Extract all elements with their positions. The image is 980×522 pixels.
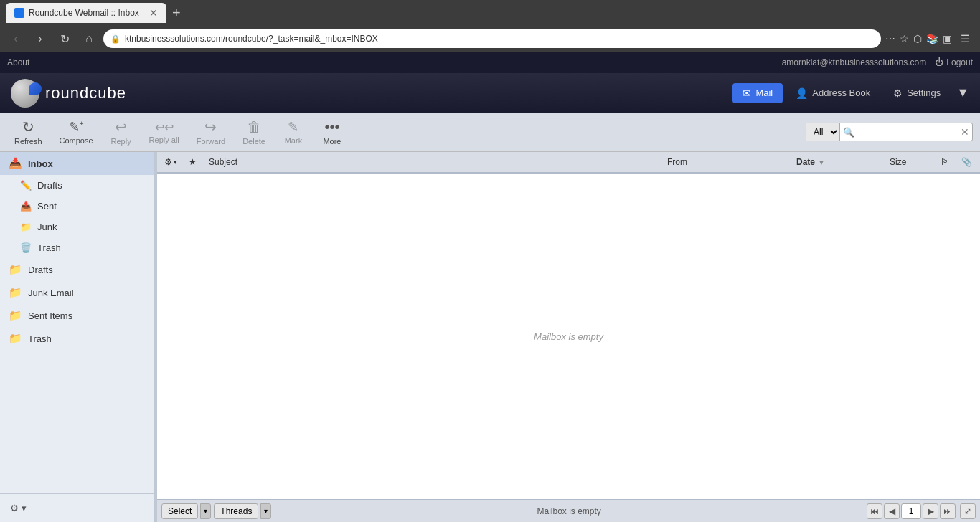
select-dropdown-button[interactable]: ▾ — [200, 503, 211, 519]
logout-button[interactable]: ⏻ Logout — [935, 57, 973, 67]
search-icon[interactable]: 🔍 — [840, 127, 857, 138]
more-icon: ••• — [324, 119, 339, 136]
reply-all-icon: ↩↩ — [155, 120, 174, 134]
reload-button[interactable]: ↻ — [55, 29, 75, 49]
sidebar-icon[interactable]: ▣ — [943, 33, 952, 44]
main-layout: 📥 Inbox ✏️ Drafts 📤 Sent 📁 Junk 🗑️ Trash… — [0, 152, 980, 522]
page-prev-button[interactable]: ◀ — [884, 503, 900, 519]
browser-nav-bar: ‹ › ↻ ⌂ 🔒 ktnbusinesssolutions.com/round… — [0, 26, 980, 52]
active-tab[interactable]: Roundcube Webmail :: Inbox ✕ — [6, 3, 166, 23]
browser-extras: ⋯ ☆ ⬡ — [885, 33, 922, 44]
sidebar-item-trash[interactable]: 📁 Trash — [0, 327, 154, 350]
refresh-button[interactable]: ↻ Refresh — [7, 115, 50, 148]
col-header-date[interactable]: Date ▼ — [791, 152, 884, 172]
mark-label: Mark — [285, 136, 302, 145]
footer-pagination: ⏮ ◀ 1 ▶ ⏭ ⤢ — [867, 503, 976, 519]
library-icon[interactable]: 📚 — [926, 33, 938, 44]
tab-settings[interactable]: ⚙ Settings — [883, 83, 951, 103]
sidebar-item-junk-email[interactable]: 📁 Junk Email — [0, 281, 154, 304]
page-first-button[interactable]: ⏮ — [867, 503, 882, 519]
sidebar-item-trash-sub[interactable]: 🗑️ Trash — [0, 237, 154, 258]
browser-menu-extras: 📚 ▣ ☰ — [926, 30, 974, 47]
reply-button[interactable]: ↩ Reply — [103, 115, 139, 148]
more-button[interactable]: ••• More — [314, 116, 350, 148]
tab-addressbook-label: Address Book — [812, 87, 870, 98]
sidebar-item-drafts-sub[interactable]: ✏️ Drafts — [0, 175, 154, 196]
logout-label: Logout — [946, 57, 973, 67]
search-box: All 🔍 ✕ — [806, 123, 973, 141]
sidebar-item-sent-sub[interactable]: 📤 Sent — [0, 196, 154, 217]
forward-label: Forward — [197, 137, 225, 146]
page-next-button[interactable]: ▶ — [923, 503, 938, 519]
sidebar-item-junk-sub[interactable]: 📁 Junk — [0, 217, 154, 237]
threads-dropdown-button[interactable]: ▾ — [260, 503, 271, 519]
about-link[interactable]: About — [7, 57, 29, 67]
tab-mail-label: Mail — [755, 87, 773, 98]
app-bar: About amornkiat@ktnbusinesssolutions.com… — [0, 52, 980, 73]
menu-icon[interactable]: ☰ — [956, 30, 974, 47]
reply-all-button[interactable]: ↩↩ Reply all — [142, 118, 187, 147]
mail-icon: ✉ — [743, 87, 751, 99]
col-header-options[interactable]: ⚙ ▾ — [160, 152, 182, 172]
mark-button[interactable]: ✎ Mark — [275, 116, 311, 148]
sidebar-item-inbox[interactable]: 📥 Inbox — [0, 152, 154, 175]
sidebar-item-drafts[interactable]: 📁 Drafts — [0, 258, 154, 281]
star-header-icon: ★ — [189, 157, 197, 167]
delete-label: Delete — [242, 137, 265, 146]
tab-mail[interactable]: ✉ Mail — [732, 83, 783, 103]
addressbook-icon: 👤 — [796, 87, 808, 99]
sidebar-item-sent-items[interactable]: 📁 Sent Items — [0, 304, 154, 327]
email-footer: Select ▾ Threads ▾ Mailbox is empty ⏮ ◀ … — [157, 499, 980, 522]
col-header-from[interactable]: From — [661, 152, 791, 172]
pocket-icon[interactable]: ⬡ — [913, 33, 922, 44]
delete-button[interactable]: 🗑 Delete — [235, 116, 273, 148]
settings-dropdown-icon: ▾ — [22, 503, 27, 513]
threads-button[interactable]: Threads — [214, 503, 258, 519]
email-list-header: ⚙ ▾ ★ Subject From Date ▼ Size 🏳 — [157, 152, 980, 174]
col-header-size[interactable]: Size — [884, 152, 934, 172]
compose-button[interactable]: ✎+ Compose — [52, 116, 100, 148]
search-filter-select[interactable]: All — [806, 123, 840, 141]
forward-button[interactable]: › — [30, 29, 50, 49]
app-logo: roundcube — [11, 79, 126, 108]
forward-button[interactable]: ↪ Forward — [189, 115, 232, 148]
header-scroll-down[interactable]: ▼ — [956, 85, 969, 100]
refresh-label: Refresh — [14, 137, 42, 146]
settings-icon: ⚙ — [893, 87, 903, 99]
col-header-subject[interactable]: Subject — [203, 152, 661, 172]
header-nav-tabs: ✉ Mail 👤 Address Book ⚙ Settings ▼ — [732, 83, 969, 103]
col-header-flag[interactable]: 🏳 — [934, 152, 956, 172]
tab-addressbook[interactable]: 👤 Address Book — [786, 83, 880, 103]
expand-button[interactable]: ⤢ — [960, 503, 976, 519]
col-header-attach[interactable]: 📎 — [956, 152, 977, 172]
sidebar-sent-items-label: Sent Items — [28, 310, 72, 321]
bookmark-icon[interactable]: ☆ — [900, 33, 909, 44]
subject-label: Subject — [209, 157, 237, 167]
inbox-icon: 📥 — [9, 157, 22, 170]
page-last-button[interactable]: ⏭ — [940, 503, 956, 519]
address-bar[interactable]: 🔒 ktnbusinesssolutions.com/roundcube/?_t… — [103, 29, 881, 48]
new-tab-button[interactable]: + — [172, 5, 181, 22]
col-header-star[interactable]: ★ — [182, 152, 203, 172]
select-button[interactable]: Select — [161, 503, 198, 519]
tab-close-button[interactable]: ✕ — [149, 7, 158, 19]
home-button[interactable]: ⌂ — [79, 29, 99, 49]
tab-title: Roundcube Webmail :: Inbox — [29, 8, 139, 18]
search-clear-button[interactable]: ✕ — [958, 126, 972, 138]
sent-sub-icon: 📤 — [20, 201, 32, 212]
back-button[interactable]: ‹ — [6, 29, 26, 49]
flag-icon: 🏳 — [941, 157, 949, 167]
from-label: From — [667, 157, 687, 167]
sidebar-settings-button[interactable]: ⚙ ▾ — [6, 500, 148, 516]
page-next-icon: ▶ — [928, 506, 934, 516]
logo-icon — [11, 79, 39, 108]
search-input[interactable] — [857, 127, 958, 137]
extensions-icon[interactable]: ⋯ — [885, 33, 895, 44]
empty-mailbox-message: Mailbox is empty — [534, 331, 603, 342]
page-number: 1 — [901, 503, 921, 519]
sidebar-trash-label: Trash — [28, 333, 52, 344]
sidebar: 📥 Inbox ✏️ Drafts 📤 Sent 📁 Junk 🗑️ Trash… — [0, 152, 154, 522]
options-dropdown-icon: ▾ — [174, 158, 177, 166]
logo-text: roundcube — [45, 84, 126, 103]
page-first-icon: ⏮ — [870, 506, 879, 516]
